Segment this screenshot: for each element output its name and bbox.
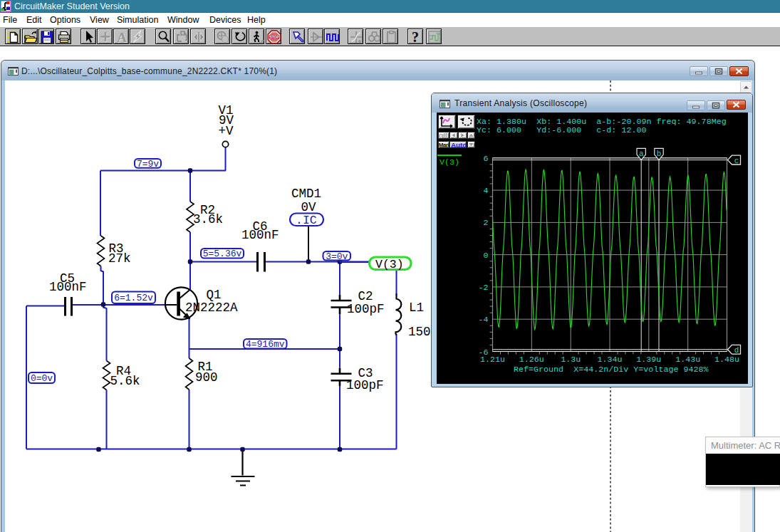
svg-text:V(3): V(3) <box>375 258 404 271</box>
svg-text:5=5.36v: 5=5.36v <box>203 249 242 259</box>
svg-text:100pF: 100pF <box>347 302 385 316</box>
svg-text:900: 900 <box>195 370 218 385</box>
svg-text:6: 6 <box>483 154 488 164</box>
svg-text:CMD1: CMD1 <box>291 187 321 201</box>
svg-text:5.6k: 5.6k <box>110 374 140 388</box>
svg-text:.IC: .IC <box>296 214 317 227</box>
svg-text:100nF: 100nF <box>241 228 279 242</box>
svg-text:1.26u: 1.26u <box>519 355 544 365</box>
svg-text:2: 2 <box>483 218 488 228</box>
svg-text:3=0v: 3=0v <box>326 251 348 262</box>
svg-text:1.39u: 1.39u <box>636 355 661 365</box>
svg-text:4: 4 <box>483 186 488 196</box>
svg-text:0: 0 <box>483 251 488 261</box>
svg-text:1.21u: 1.21u <box>480 355 505 365</box>
svg-text:4=916mv: 4=916mv <box>246 339 285 350</box>
svg-text:c: c <box>734 157 739 165</box>
svg-text:3.6k: 3.6k <box>193 212 223 226</box>
svg-text:1.34u: 1.34u <box>597 355 622 365</box>
svg-text:100pF: 100pF <box>346 378 384 392</box>
svg-text:L1: L1 <box>409 301 424 315</box>
svg-text:1.43u: 1.43u <box>675 355 700 365</box>
svg-text:a: a <box>639 150 644 158</box>
svg-text:2N2222A: 2N2222A <box>185 301 238 315</box>
svg-text:1.48u: 1.48u <box>714 355 739 365</box>
svg-text:d: d <box>734 346 739 355</box>
svg-text:1.3u: 1.3u <box>561 355 581 365</box>
svg-text:C2: C2 <box>358 289 373 303</box>
svg-text:100nF: 100nF <box>49 280 87 294</box>
svg-text:0=0v: 0=0v <box>31 373 53 384</box>
svg-text:27k: 27k <box>108 251 131 266</box>
svg-text:Q1: Q1 <box>207 288 222 302</box>
svg-text:6=1.52v: 6=1.52v <box>114 293 153 303</box>
svg-text:+V: +V <box>219 124 234 138</box>
svg-text:-4: -4 <box>478 315 488 325</box>
svg-text:b: b <box>657 150 662 158</box>
svg-text:-2: -2 <box>478 283 488 293</box>
svg-text:0V: 0V <box>301 200 317 214</box>
svg-text:7=9v: 7=9v <box>137 159 159 169</box>
